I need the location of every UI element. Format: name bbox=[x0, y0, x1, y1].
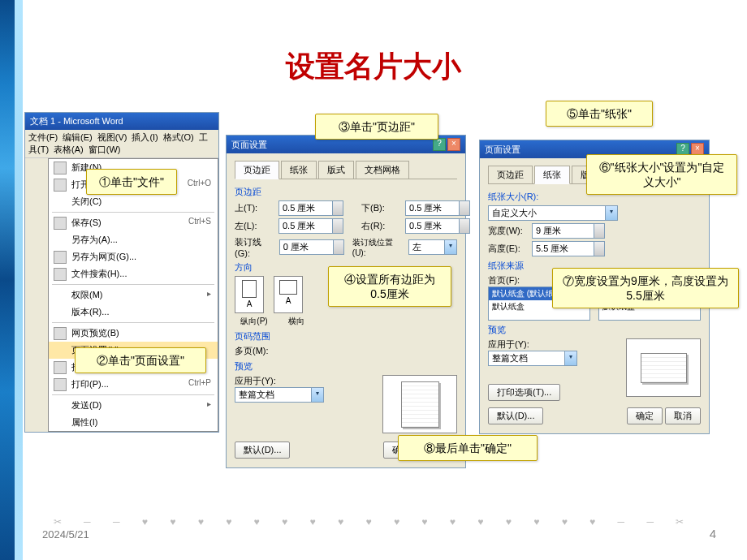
ok-button-2[interactable]: 确定 bbox=[627, 407, 663, 424]
preview-2 bbox=[626, 338, 701, 397]
file-item-version: 版本(R)... bbox=[49, 304, 218, 321]
page-title: 设置名片大小 bbox=[0, 47, 747, 87]
orient-portrait[interactable]: A bbox=[235, 276, 264, 313]
margin-right-input[interactable]: 0.5 厘米 bbox=[405, 218, 470, 234]
paper-width-input[interactable]: 9 厘米 bbox=[532, 223, 605, 239]
callout-2: ②单击"页面设置" bbox=[75, 347, 206, 373]
callout-1: ①单击"文件" bbox=[86, 169, 177, 195]
callout-3: ③单击"页边距" bbox=[315, 114, 438, 140]
file-item-perm: 权限(M)▸ bbox=[49, 286, 218, 304]
apply-to-select-2[interactable]: 整篇文档▾ bbox=[488, 351, 577, 366]
paper-height-input[interactable]: 5.5 厘米 bbox=[532, 241, 605, 256]
margin-top-input[interactable]: 0.5 厘米 bbox=[279, 200, 343, 216]
footer-page-number: 4 bbox=[710, 527, 716, 541]
file-item-saveas: 另存为(A)... bbox=[49, 231, 218, 248]
word-window: 文档 1 - Microsoft Word 文件(F)编辑(E)视图(V)插入(… bbox=[24, 112, 219, 433]
print-options-button[interactable]: 打印选项(T)... bbox=[488, 384, 560, 401]
gutter-input[interactable]: 0 厘米 bbox=[279, 239, 344, 255]
apply-to-select[interactable]: 整篇文档▾ bbox=[235, 387, 324, 403]
footer-date: 2024/5/21 bbox=[42, 528, 89, 541]
margin-left-input[interactable]: 0.5 厘米 bbox=[279, 218, 343, 234]
preview bbox=[382, 375, 457, 433]
margin-bottom-input[interactable]: 0.5 厘米 bbox=[405, 200, 470, 216]
file-item-saveweb: 另存为网页(G)... bbox=[49, 248, 218, 265]
file-item-props: 属性(I) bbox=[49, 414, 218, 431]
callout-7: ⑦宽度设置为9厘米，高度设置为5.5厘米 bbox=[552, 268, 739, 308]
word-menubar[interactable]: 文件(F)编辑(E)视图(V)插入(I)格式(O)工具(T)表格(A)窗口(W) bbox=[25, 130, 218, 158]
file-item-save: 保存(S)Ctrl+S bbox=[49, 214, 218, 231]
file-item-print: 打印(P)...Ctrl+P bbox=[49, 376, 218, 393]
callout-6: ⑥"纸张大小"设置为"自定义大小" bbox=[586, 154, 737, 195]
gutter-pos-select[interactable]: 左▾ bbox=[408, 239, 457, 255]
callout-8: ⑧最后单击"确定" bbox=[398, 435, 538, 461]
callout-5: ⑤单击"纸张" bbox=[546, 101, 653, 127]
default-button-2[interactable]: 默认(D)... bbox=[488, 407, 543, 424]
help-icon[interactable]: ? bbox=[433, 138, 446, 151]
callout-4: ④设置所有边距为0.5厘米 bbox=[328, 266, 451, 307]
word-titlebar: 文档 1 - Microsoft Word bbox=[25, 113, 218, 130]
footer-decoration: ✂ ─ ─ ♥ ♥ ♥ ♥ ♥ ♥ ♥ ♥ ♥ ♥ ♥ ♥ ♥ ♥ ♥ ♥ ♥ … bbox=[24, 516, 723, 529]
paper-size-select[interactable]: 自定义大小▾ bbox=[488, 205, 618, 221]
cancel-button-2[interactable]: 取消 bbox=[665, 407, 701, 424]
close-icon[interactable]: × bbox=[447, 138, 460, 151]
file-menu[interactable]: 新建(N)... 打开(O)...Ctrl+O 关闭(C) 保存(S)Ctrl+… bbox=[48, 158, 218, 432]
file-item-webpreview: 网页预览(B) bbox=[49, 325, 218, 342]
file-item-search: 文件搜索(H)... bbox=[49, 265, 218, 282]
tabs-margins[interactable]: 页边距纸张版式文档网格 bbox=[235, 160, 457, 179]
orient-landscape[interactable]: A bbox=[274, 276, 303, 313]
default-button[interactable]: 默认(D)... bbox=[235, 442, 290, 459]
file-item-close: 关闭(C) bbox=[49, 193, 218, 210]
file-item-send: 发送(D)▸ bbox=[49, 397, 218, 414]
